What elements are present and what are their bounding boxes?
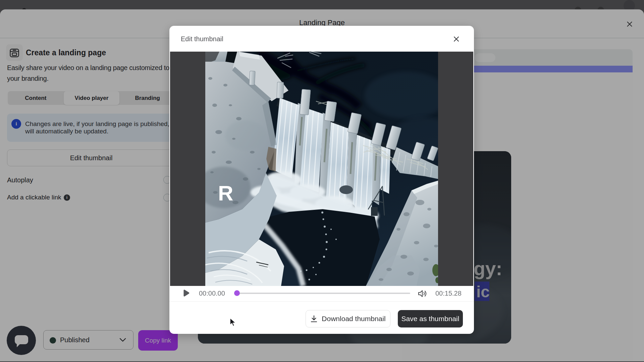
svg-text:R: R <box>218 181 233 205</box>
